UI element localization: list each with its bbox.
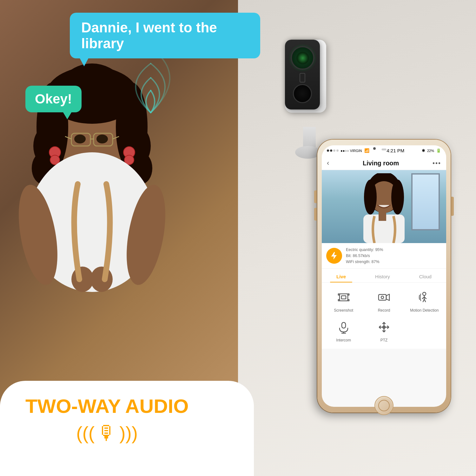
feature-motion[interactable]: Motion Detection [406, 289, 443, 313]
home-button-ring [378, 400, 390, 411]
tab-cloud[interactable]: Cloud [413, 272, 438, 282]
bluetooth-icon: ✱ [422, 148, 425, 153]
microphone-icon: 🎙 [97, 422, 117, 444]
svg-point-37 [381, 296, 384, 299]
speech-bubble-top-text: Dannie, I went to the library [81, 20, 217, 51]
feature-empty [406, 319, 443, 342]
camera-housing [285, 40, 326, 113]
bitrate-text: Bit: 86.57kb/s [346, 253, 383, 259]
intercom-icon [335, 319, 352, 335]
status-bar: ●●○○ VIRGIN 📶 4:21 PM ✱ 22% 🔋 [322, 145, 446, 156]
svg-rect-39 [342, 322, 346, 328]
volume-up-button[interactable] [314, 190, 317, 203]
feature-intercom[interactable]: Intercom [325, 319, 362, 342]
camera-device [289, 41, 340, 130]
svg-point-14 [74, 135, 86, 143]
feature-grid-top: Screenshot Record [322, 283, 446, 316]
camera-lens-main [291, 46, 314, 70]
front-camera [373, 147, 376, 150]
audio-icon-area: ((( 🎙 ))) [25, 422, 188, 444]
camera-feed [322, 170, 446, 243]
motion-detection-icon [416, 289, 433, 306]
ptz-label: PTZ [380, 338, 388, 342]
power-button[interactable] [451, 197, 454, 216]
more-button[interactable]: ••• [433, 160, 441, 167]
svg-rect-36 [379, 294, 386, 300]
back-button[interactable]: ‹ [327, 159, 329, 167]
signal-waves [95, 57, 206, 168]
app-title: Living room [329, 160, 433, 167]
feature-ptz[interactable]: PTZ [365, 319, 402, 342]
wifi-strength-text: WiFi strength: 87% [346, 259, 383, 265]
electric-text: Eectric quantity: 95% [346, 247, 383, 253]
info-text-block: Eectric quantity: 95% Bit: 86.57kb/s WiF… [346, 247, 383, 265]
camera-body [285, 40, 320, 109]
svg-point-26 [71, 267, 94, 292]
status-right: ✱ 22% 🔋 [422, 148, 441, 153]
battery-status-icon [326, 248, 342, 264]
screenshot-icon [335, 289, 352, 306]
speech-bubble-top: Dannie, I went to the library [70, 13, 260, 58]
audio-wave-left: ((( [76, 422, 95, 444]
phone-container: ●●○○ VIRGIN 📶 4:21 PM ✱ 22% 🔋 ‹ Living r… [301, 127, 466, 438]
audio-section: TWO-WAY AUDIO ((( 🎙 ))) [25, 395, 188, 444]
phone-outer: ●●○○ VIRGIN 📶 4:21 PM ✱ 22% 🔋 ‹ Living r… [317, 140, 451, 413]
motion-label: Motion Detection [410, 308, 439, 313]
audio-wave-right: ))) [119, 422, 138, 444]
tabs-bar: Live History Cloud [322, 269, 446, 283]
wifi-icon: 📶 [364, 148, 369, 153]
camera-lens-inner [296, 52, 309, 64]
svg-rect-33 [379, 211, 386, 221]
intercom-label: Intercom [336, 338, 351, 342]
feed-person-svg [357, 173, 411, 243]
record-label: Record [378, 308, 390, 313]
volume-down-button[interactable] [314, 208, 317, 221]
audio-title: TWO-WAY AUDIO [25, 395, 188, 417]
camera-lens-secondary [293, 84, 312, 103]
speaker-notch [382, 149, 387, 150]
svg-point-38 [423, 292, 426, 295]
tab-history[interactable]: History [369, 272, 396, 282]
svg-point-30 [364, 180, 377, 215]
battery-icon: 🔋 [436, 148, 441, 153]
speech-bubble-left: Okey! [25, 86, 82, 112]
feature-grid-bottom: Intercom [322, 316, 446, 349]
record-icon [376, 289, 392, 306]
svg-point-27 [90, 267, 113, 292]
svg-rect-34 [340, 294, 348, 301]
speech-bubble-left-text: Okey! [35, 91, 72, 106]
app-header: ‹ Living room ••• [322, 156, 446, 170]
tab-live[interactable]: Live [330, 272, 352, 282]
screenshot-label: Screenshot [334, 308, 353, 313]
battery-svg-icon [330, 251, 339, 260]
home-button[interactable] [374, 396, 393, 415]
carrier-text: ●●○○ VIRGIN [340, 149, 362, 153]
phone-screen: ●●○○ VIRGIN 📶 4:21 PM ✱ 22% 🔋 ‹ Living r… [322, 145, 446, 407]
ptz-icon [376, 319, 392, 335]
feature-record[interactable]: Record [365, 289, 402, 313]
info-bar: Eectric quantity: 95% Bit: 86.57kb/s WiF… [322, 243, 446, 269]
signal-dot-4 [336, 149, 339, 152]
camera-sensor [300, 73, 305, 83]
feature-screenshot[interactable]: Screenshot [325, 289, 362, 313]
signal-dot-2 [330, 149, 332, 152]
battery-text: 22% [427, 149, 434, 153]
signal-dot-3 [333, 149, 335, 152]
status-carrier: ●●○○ VIRGIN 📶 [327, 148, 369, 153]
svg-rect-35 [341, 296, 346, 299]
feed-window [411, 173, 440, 230]
signal-dot-1 [327, 149, 329, 152]
status-time: 4:21 PM [387, 148, 404, 153]
svg-point-31 [391, 180, 404, 215]
